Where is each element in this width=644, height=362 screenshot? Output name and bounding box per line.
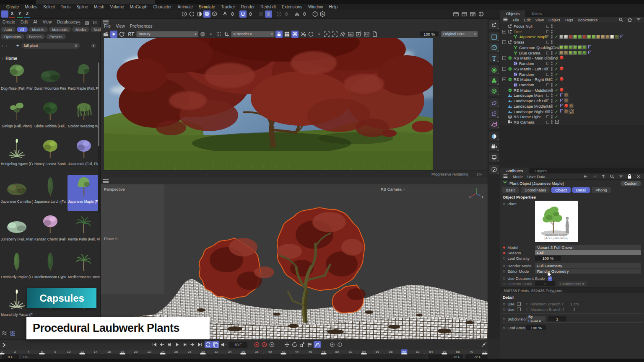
- search-input[interactable]: fall plant ⊗: [21, 43, 80, 49]
- visibility-dots[interactable]: [551, 83, 553, 87]
- filter-tab-materials[interactable]: Materials: [49, 27, 71, 32]
- visibility-dots[interactable]: [551, 110, 553, 114]
- pos-icon[interactable]: [283, 341, 291, 348]
- visibility-dots[interactable]: [551, 35, 553, 39]
- perspective-viewport[interactable]: x z Perspective RS Camera ⌕ Place ⇱ Grid…: [101, 184, 488, 339]
- enabled-check-icon[interactable]: ✓: [555, 56, 558, 60]
- plant-card-dog-rose[interactable]: Dog-Rose (Fall, Plant): [0, 62, 33, 98]
- filter-tab-media[interactable]: Media: [72, 27, 89, 32]
- clear-search-icon[interactable]: ⊗: [74, 44, 78, 48]
- material-swatch[interactable]: [564, 51, 568, 55]
- use-max-checkbox[interactable]: [517, 308, 521, 311]
- object-row-grass[interactable]: −Grass: [500, 39, 644, 45]
- rv-menu-preferences[interactable]: Preferences: [130, 24, 153, 28]
- menu-character[interactable]: Character: [151, 5, 175, 9]
- menu-animate[interactable]: Animate: [174, 5, 196, 9]
- om-menu-edit[interactable]: Edit: [524, 18, 530, 22]
- browser-scrollbar-thumb[interactable]: [98, 62, 99, 146]
- object-row-tree[interactable]: −Tree: [500, 29, 644, 34]
- plant-card-japanese[interactable]: Japanese Camellia (Fal...: [0, 175, 33, 211]
- visibility-dots[interactable]: [551, 46, 553, 49]
- plant-preview-image[interactable]: Japanese Maple (Acer palmatum): [535, 201, 578, 242]
- max-branch-field[interactable]: 3: [564, 307, 584, 312]
- filter-icon[interactable]: [635, 16, 642, 23]
- material-swatch[interactable]: [582, 35, 587, 39]
- imgb-icon[interactable]: [355, 31, 362, 38]
- material-swatch[interactable]: [573, 51, 577, 55]
- layer-toggle[interactable]: [546, 83, 549, 86]
- list-w-icon[interactable]: [1, 330, 8, 337]
- plant-card-golden[interactable]: Golden Weeping Willo...: [68, 99, 100, 136]
- om-menu-tags[interactable]: Tags: [565, 18, 573, 22]
- loop-icon[interactable]: [205, 341, 212, 348]
- search-icon[interactable]: [617, 16, 624, 23]
- home-icon[interactable]: [626, 16, 633, 23]
- menu-mograph[interactable]: MoGraph: [127, 5, 151, 9]
- snowg-icon[interactable]: G: [299, 31, 306, 38]
- render-mode-dropdown[interactable]: Beauty▾: [136, 31, 198, 37]
- caret-icon[interactable]: [315, 31, 322, 38]
- plant-card-hedgehog[interactable]: Hedgehog Agave (Fall...: [0, 137, 33, 173]
- rot-icon[interactable]: [291, 341, 298, 348]
- layer-toggle[interactable]: [546, 94, 549, 97]
- play-icon[interactable]: [110, 31, 117, 38]
- flag-tag-icon[interactable]: [620, 34, 624, 39]
- visibility-dots[interactable]: [551, 51, 553, 55]
- flag-tag-icon[interactable]: [587, 50, 592, 55]
- frame-p-icon[interactable]: [166, 341, 173, 348]
- grid9-icon[interactable]: [283, 31, 291, 38]
- object-row-focus-null[interactable]: Focus Null: [500, 23, 644, 29]
- play-t-icon[interactable]: [174, 341, 181, 348]
- cube-b-icon[interactable]: [489, 42, 499, 52]
- circf2-icon[interactable]: [336, 341, 343, 348]
- om-menu-bookmarks[interactable]: Bookmarks: [578, 18, 598, 22]
- gen-g-icon[interactable]: [489, 65, 499, 75]
- rt-label[interactable]: RT: [128, 31, 134, 36]
- magnet-icon[interactable]: [239, 10, 247, 18]
- menu-volume[interactable]: Volume: [107, 5, 127, 9]
- db2-icon[interactable]: [83, 19, 90, 26]
- menu-redshift[interactable]: Redshift: [257, 5, 279, 9]
- material-swatch[interactable]: [578, 51, 582, 55]
- render-settings-icon[interactable]: [479, 31, 486, 38]
- visibility-dots[interactable]: [551, 56, 553, 60]
- sphere-tag-icon[interactable]: [564, 98, 569, 103]
- slate3-icon[interactable]: [469, 10, 476, 18]
- db3-icon[interactable]: [91, 19, 99, 26]
- enabled-check-icon[interactable]: ✓: [555, 83, 558, 87]
- visibility-dots[interactable]: [551, 30, 553, 34]
- rv-menu-file[interactable]: File: [104, 24, 111, 28]
- film-icon[interactable]: [102, 31, 109, 38]
- layer-toggle[interactable]: [546, 35, 549, 38]
- material-swatch[interactable]: [564, 45, 568, 49]
- imga-icon[interactable]: [347, 31, 354, 38]
- volume-b-icon[interactable]: [489, 131, 499, 141]
- ellipse-p-icon[interactable]: [489, 98, 499, 108]
- grid-bl-icon[interactable]: [9, 330, 16, 337]
- database-icon[interactable]: [83, 42, 88, 49]
- redhex-tag-icon[interactable]: [559, 66, 564, 72]
- layer-toggle[interactable]: [546, 62, 549, 65]
- material-swatch[interactable]: [610, 35, 614, 39]
- flag-tag-icon[interactable]: [559, 98, 564, 103]
- layer-toggle[interactable]: [546, 52, 549, 54]
- enabled-check-icon[interactable]: ✓: [555, 51, 558, 55]
- menu-mesh[interactable]: Mesh: [91, 5, 107, 9]
- layer-toggle[interactable]: [546, 25, 549, 28]
- filter-tab-all[interactable]: All: [17, 27, 28, 32]
- material-swatch[interactable]: [596, 35, 600, 39]
- slate2-icon[interactable]: [461, 10, 468, 18]
- poly-p-icon[interactable]: [489, 119, 499, 129]
- pencil-hex-icon[interactable]: [489, 164, 499, 174]
- menu-modes[interactable]: Modes: [22, 5, 40, 9]
- attr-tab-phong[interactable]: Phong: [592, 187, 610, 193]
- menu-tracker[interactable]: Tracker: [218, 5, 238, 9]
- layer-toggle[interactable]: [546, 57, 549, 59]
- |-icon[interactable]: [321, 341, 328, 348]
- object-row-random[interactable]: Random✓: [500, 61, 644, 66]
- sort-dropdown-icon[interactable]: ▾: [91, 43, 96, 48]
- viewport-camera-label[interactable]: RS Camera ⌕: [381, 187, 405, 192]
- plant-card-globe[interactable]: Globe Robinia (Fall, Pl...: [34, 99, 67, 136]
- sphere-tag-icon[interactable]: [564, 109, 569, 114]
- plant-card-honey[interactable]: Honey Locust 'Sunbur...: [34, 137, 67, 173]
